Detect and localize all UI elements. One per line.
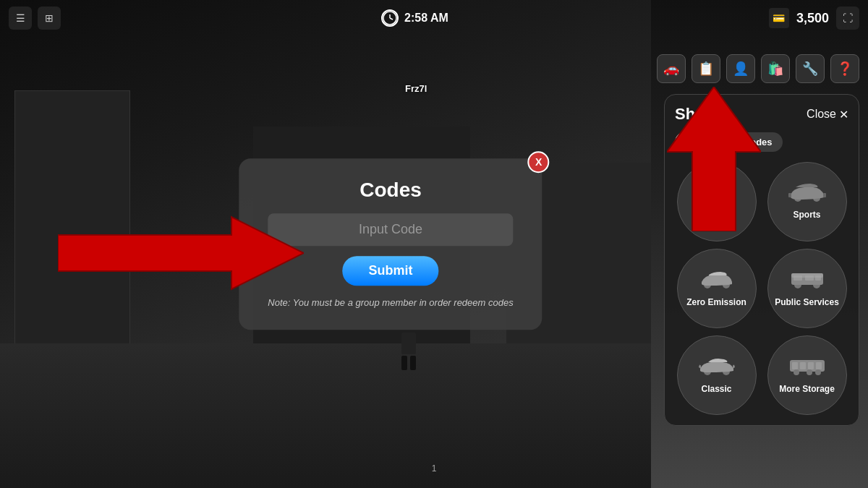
shop-close-button[interactable]: Close ✕: [807, 108, 848, 121]
svg-rect-23: [808, 362, 814, 369]
svg-rect-15: [793, 275, 802, 281]
shop-item-zero-emission[interactable]: Zero Emission: [677, 249, 757, 328]
sports-icon: [788, 183, 826, 207]
player-name: Frz7l: [405, 83, 427, 94]
public-services-icon: [789, 269, 825, 294]
arrow-up-indicator: [667, 87, 761, 234]
map-icon[interactable]: ⊞: [38, 7, 61, 30]
submit-button[interactable]: Submit: [342, 256, 438, 286]
more-storage-icon: [788, 356, 826, 381]
public-services-label: Public Services: [775, 297, 839, 307]
classic-label: Classic: [701, 384, 731, 394]
clock-icon: [381, 9, 399, 27]
toolbar-shop[interactable]: 🛍️: [761, 54, 790, 83]
toolbar-car[interactable]: 🚗: [657, 54, 686, 83]
floor: [0, 343, 651, 488]
zero-emission-icon: [699, 269, 735, 294]
svg-rect-16: [805, 275, 814, 281]
toolbar-clipboard[interactable]: 📋: [692, 54, 720, 83]
toolbar-user[interactable]: 👤: [726, 54, 755, 83]
svg-rect-7: [788, 193, 791, 197]
zero-emission-label: Zero Emission: [686, 297, 746, 307]
toolbar-settings[interactable]: 🔧: [796, 54, 825, 83]
codes-title: Codes: [268, 179, 513, 202]
shop-close-label: Close: [807, 108, 836, 121]
hud-left: ☰ ⊞: [9, 7, 61, 30]
fullscreen-icon[interactable]: ⛶: [836, 7, 859, 30]
code-input[interactable]: [268, 213, 513, 246]
close-x-icon: ✕: [839, 108, 848, 121]
wallet-icon: 💳: [769, 8, 789, 28]
shop-item-more-storage[interactable]: More Storage: [767, 335, 847, 415]
svg-rect-17: [815, 275, 821, 281]
svg-marker-28: [58, 217, 304, 289]
arrow-right-indicator: [58, 210, 304, 299]
svg-rect-24: [816, 362, 822, 369]
svg-point-25: [793, 369, 799, 375]
currency-display: 3,500: [796, 11, 829, 26]
svg-rect-8: [823, 193, 826, 197]
hud-center: 2:58 AM: [381, 9, 448, 27]
current-time: 2:58 AM: [404, 12, 448, 25]
shop-item-classic[interactable]: Classic: [677, 335, 757, 415]
toolbar-help[interactable]: ❓: [830, 54, 859, 83]
more-storage-label: More Storage: [779, 384, 835, 394]
svg-line-2: [390, 18, 393, 20]
svg-point-27: [815, 369, 821, 375]
svg-point-26: [807, 369, 812, 375]
shop-item-public-services[interactable]: Public Services: [767, 249, 847, 328]
hud-right: 💳 3,500 ⛶: [769, 7, 859, 30]
player-character: [398, 333, 420, 376]
menu-icon[interactable]: ☰: [9, 7, 32, 30]
svg-marker-29: [667, 87, 761, 231]
toolbar: 🚗 📋 👤 🛍️ 🔧 ❓: [657, 54, 859, 83]
top-hud: ☰ ⊞ 2:58 AM 💳 3,500 ⛶: [0, 0, 868, 36]
codes-note: Note: You must be a group member in orde…: [268, 296, 513, 310]
sports-label: Sports: [793, 210, 820, 220]
svg-rect-21: [792, 362, 798, 369]
svg-rect-22: [800, 362, 806, 369]
classic-icon: [698, 356, 736, 381]
page-indicator: 1: [432, 463, 437, 474]
shop-item-sports[interactable]: Sports: [767, 162, 847, 241]
